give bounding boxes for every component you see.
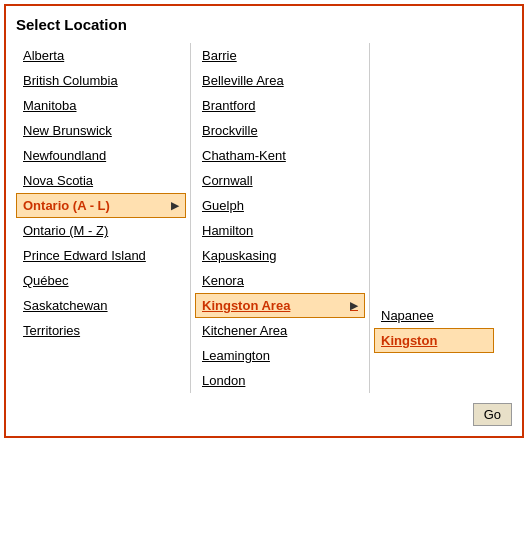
divider-1 (190, 43, 191, 393)
province-column: AlbertaBritish ColumbiaManitobaNew Bruns… (16, 43, 186, 343)
city-item[interactable]: Kenora (195, 268, 365, 293)
location-columns: AlbertaBritish ColumbiaManitobaNew Bruns… (16, 43, 512, 393)
city-item[interactable]: Guelph (195, 193, 365, 218)
arrow-icon: ▶ (350, 300, 358, 311)
city-label: Belleville Area (202, 73, 284, 88)
city-item[interactable]: Kingston Area▶ (195, 293, 365, 318)
subarea-label: Kingston (381, 333, 437, 348)
subarea-item[interactable]: Napanee (374, 303, 494, 328)
province-item[interactable]: Saskatchewan (16, 293, 186, 318)
city-label: Kitchener Area (202, 323, 287, 338)
province-item[interactable]: Ontario (M - Z) (16, 218, 186, 243)
city-label: Kingston Area (202, 298, 290, 313)
city-label: Chatham-Kent (202, 148, 286, 163)
province-item[interactable]: Newfoundland (16, 143, 186, 168)
city-column: BarrieBelleville AreaBrantfordBrockville… (195, 43, 365, 393)
province-label: Saskatchewan (23, 298, 108, 313)
subarea-label: Napanee (381, 308, 434, 323)
city-label: Kenora (202, 273, 244, 288)
subarea-item[interactable]: Kingston (374, 328, 494, 353)
province-label: British Columbia (23, 73, 118, 88)
city-item[interactable]: Leamington (195, 343, 365, 368)
city-label: Leamington (202, 348, 270, 363)
province-label: Québec (23, 273, 69, 288)
city-item[interactable]: Barrie (195, 43, 365, 68)
city-label: Barrie (202, 48, 237, 63)
go-button-row: Go (16, 403, 512, 426)
city-label: Guelph (202, 198, 244, 213)
city-item[interactable]: Kapuskasing (195, 243, 365, 268)
province-item[interactable]: Territories (16, 318, 186, 343)
city-label: Kapuskasing (202, 248, 276, 263)
city-item[interactable]: Cornwall (195, 168, 365, 193)
province-item[interactable]: Alberta (16, 43, 186, 68)
city-item[interactable]: Hamilton (195, 218, 365, 243)
city-item[interactable]: London (195, 368, 365, 393)
city-label: Brantford (202, 98, 255, 113)
city-item[interactable]: Chatham-Kent (195, 143, 365, 168)
province-item[interactable]: Prince Edward Island (16, 243, 186, 268)
province-label: Prince Edward Island (23, 248, 146, 263)
city-item[interactable]: Brockville (195, 118, 365, 143)
city-item[interactable]: Brantford (195, 93, 365, 118)
city-label: Hamilton (202, 223, 253, 238)
province-label: Manitoba (23, 98, 76, 113)
province-item[interactable]: New Brunswick (16, 118, 186, 143)
province-item[interactable]: Nova Scotia (16, 168, 186, 193)
province-label: Alberta (23, 48, 64, 63)
province-label: New Brunswick (23, 123, 112, 138)
go-button[interactable]: Go (473, 403, 512, 426)
province-label: Newfoundland (23, 148, 106, 163)
panel-title: Select Location (16, 16, 512, 33)
city-item[interactable]: Kitchener Area (195, 318, 365, 343)
city-label: London (202, 373, 245, 388)
province-item[interactable]: Ontario (A - L)▶ (16, 193, 186, 218)
province-label: Territories (23, 323, 80, 338)
divider-2 (369, 43, 370, 393)
city-label: Cornwall (202, 173, 253, 188)
city-label: Brockville (202, 123, 258, 138)
province-label: Ontario (A - L) (23, 198, 110, 213)
arrow-icon: ▶ (171, 200, 179, 211)
city-item[interactable]: Belleville Area (195, 68, 365, 93)
province-item[interactable]: Manitoba (16, 93, 186, 118)
select-location-panel: Select Location AlbertaBritish ColumbiaM… (4, 4, 524, 438)
province-label: Nova Scotia (23, 173, 93, 188)
province-label: Ontario (M - Z) (23, 223, 108, 238)
province-item[interactable]: British Columbia (16, 68, 186, 93)
subarea-column: NapaneeKingston (374, 43, 494, 353)
province-item[interactable]: Québec (16, 268, 186, 293)
